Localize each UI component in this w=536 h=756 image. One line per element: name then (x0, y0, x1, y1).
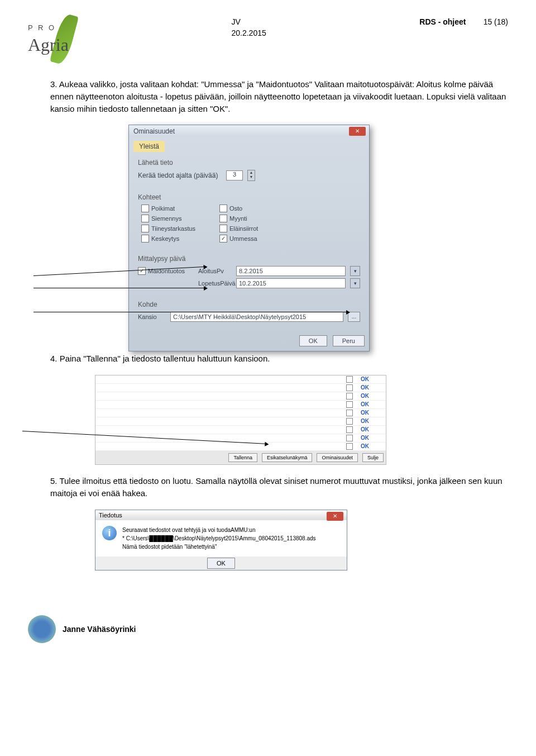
header-right: RDS - ohjeet 15 (18) (419, 17, 508, 28)
close-icon[interactable]: ✕ (349, 127, 366, 136)
step-5-text: 5. Tulee ilmoitus että tiedosto on luotu… (50, 475, 508, 500)
ok-button[interactable]: OK (299, 335, 327, 346)
arrow-kansio (34, 312, 349, 312)
dropdown-icon-2[interactable]: ▾ (350, 278, 360, 288)
checkbox-icon[interactable] (346, 418, 353, 425)
header-meta: JV 20.2.2015 (231, 17, 266, 39)
lopetuspv-input[interactable]: 10.2.2015 (236, 278, 346, 288)
chk-siemennys[interactable]: Siemennys (141, 215, 203, 222)
tiedotus-title-label: Tiedotus (99, 512, 122, 519)
tiedotus-text: Seuraavat tiedostot ovat tehtyjä ja voi … (122, 526, 316, 551)
spin-arrows-icon[interactable]: ▲▼ (247, 170, 255, 181)
ok-list: OK OK OK OK OK OK OK OK OK Tallenna Esik… (95, 375, 386, 465)
keraa-label: Kerää tiedot ajalta (päivää) (138, 172, 222, 179)
logo-pro-text: P R O (28, 23, 56, 32)
close-icon[interactable]: ✕ (327, 512, 343, 521)
kohde-title: Kohde (138, 301, 360, 308)
lahetatieto-label: Lähetä tieto (138, 159, 360, 167)
checkbox-icon[interactable] (346, 393, 353, 400)
rds-title: RDS - ohjeet (419, 17, 466, 26)
dialog-screenshot: Ominaisuudet ✕ Yleistä Lähetä tieto Kerä… (128, 125, 508, 343)
tab-yleista[interactable]: Yleistä (133, 141, 165, 152)
sulje-button[interactable]: Sulje (362, 453, 384, 462)
arrow-lopetuspv (34, 288, 207, 288)
keraa-spinbox[interactable]: 3 (226, 170, 243, 180)
header-date: 20.2.2015 (231, 28, 266, 39)
chk-tiineys[interactable]: Tiineystarkastus (141, 225, 203, 232)
group-kohteet: Kohteet Poikimat Osto Siemennys Myynti T… (135, 190, 363, 248)
chk-ummessa[interactable]: ✓Ummessa (219, 235, 281, 243)
checkbox-icon[interactable] (346, 384, 353, 391)
chk-poikimat[interactable]: Poikimat (141, 205, 203, 212)
page-number: 15 (18) (484, 17, 508, 26)
logo: P R O Agria (28, 17, 100, 67)
logo-agria-text: Agria (28, 35, 69, 55)
checkbox-icon[interactable] (346, 426, 353, 433)
chk-myynti[interactable]: Myynti (219, 215, 281, 222)
dialog-button-row: OK Peru (129, 331, 369, 351)
checkbox-icon[interactable] (346, 376, 353, 383)
checkbox-icon[interactable] (346, 435, 353, 441)
checkbox-icon[interactable] (346, 410, 353, 416)
tallenna-button[interactable]: Tallenna (228, 453, 257, 462)
tiedotus-dialog: Tiedotus ✕ i Seuraavat tiedostot ovat te… (95, 510, 347, 570)
dialog-titlebar: Ominaisuudet ✕ (129, 125, 369, 137)
mitta-title: Mittalypsy päivä (138, 255, 360, 263)
ominaisuudet-dialog: Ominaisuudet ✕ Yleistä Lähetä tieto Kerä… (128, 125, 370, 351)
group-lahetatieto: Lähetä tieto Kerää tiedot ajalta (päivää… (135, 155, 363, 187)
step-4-text: 4. Paina "Tallenna" ja tiedosto tallentu… (50, 353, 508, 365)
ominaisuudet-button[interactable]: Ominaisuudet (317, 453, 358, 462)
kansio-label: Kansio (138, 313, 166, 320)
group-kohde: Kohde Kansio C:\Users\MTY Heikkilä\Deskt… (135, 297, 363, 327)
info-icon: i (102, 526, 117, 540)
dialog-title-label: Ominaisuudet (133, 127, 175, 135)
header-jv: JV (231, 17, 266, 28)
page-header: P R O Agria JV 20.2.2015 RDS - ohjeet 15… (28, 17, 508, 67)
tiedotus-titlebar: Tiedotus ✕ (95, 510, 347, 520)
ok-buttonbar: Tallenna Esikatselunäkymä Ominaisuudet S… (95, 451, 386, 464)
chk-elainsiirrot[interactable]: Eläinsiirrot (219, 225, 281, 232)
chk-osto[interactable]: Osto (219, 205, 281, 212)
page-footer: Janne Vähäsöyrinki (28, 615, 508, 643)
aloituspv-input[interactable]: 8.2.2015 (236, 266, 346, 276)
chk-keskeytys[interactable]: Keskeytys (141, 235, 203, 243)
checkbox-icon[interactable] (346, 401, 353, 408)
dropdown-icon[interactable]: ▾ (350, 266, 360, 276)
cert-badge-icon (28, 615, 56, 643)
peru-button[interactable]: Peru (333, 335, 365, 346)
esikatselu-button[interactable]: Esikatselunäkymä (262, 453, 313, 462)
footer-name: Janne Vähäsöyrinki (63, 625, 136, 634)
checkbox-icon[interactable] (346, 443, 353, 450)
kansio-input[interactable]: C:\Users\MTY Heikkilä\Desktop\Näytelypsy… (170, 312, 343, 322)
step-3-text: 3. Aukeaa valikko, josta valitaan kohdat… (50, 78, 508, 115)
lopetuspv-label: LopetusPäivä (198, 280, 232, 287)
tiedotus-ok-button[interactable]: OK (207, 558, 235, 569)
kohteet-title: Kohteet (138, 193, 360, 201)
